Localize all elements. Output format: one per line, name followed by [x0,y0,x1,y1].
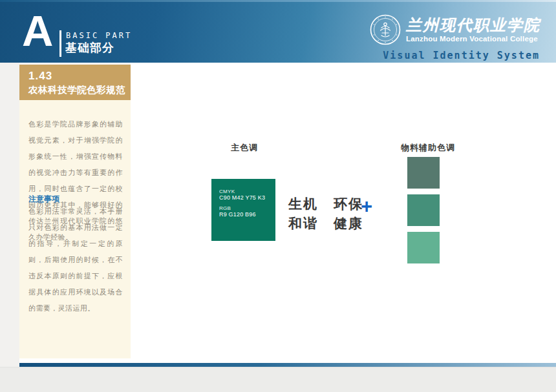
bottom-margin-area [0,367,556,392]
aux-swatch-light [407,232,440,263]
keyword-health: 健康 [334,214,363,232]
section-title-zh: 基础部分 [65,40,114,56]
primary-color-label: 主色调 [231,142,258,154]
cmyk-label: CMYK [219,189,275,194]
college-logo-icon [370,14,401,45]
vi-manual-page: A BASIC PART 基础部分 [0,0,556,392]
aux-swatch-dark [407,157,440,189]
header-top-accent-line [0,0,556,2]
section-name: 农林科技学院色彩规范 [28,84,131,96]
college-name-en: Lanzhou Modern Vocational College [406,35,540,43]
plus-icon: + [361,196,372,216]
rgb-label: RGB [219,205,275,211]
brand-names: 兰州现代职业学院 Lanzhou Modern Vocational Colle… [406,17,540,42]
header-band: A BASIC PART 基础部分 [0,0,556,63]
header-divider [59,30,61,57]
cmyk-value: C90 M42 Y75 K3 [219,194,275,201]
aux-swatch-medium [407,194,440,226]
keyword-environment: 环保 [334,195,363,213]
vi-system-tagline: Visual Identity System [383,50,540,61]
left-margin-strip [0,63,19,368]
section-letter: A [22,9,53,52]
college-name-zh: 兰州现代职业学院 [406,17,540,34]
sidebar-panel: 色彩是学院品牌形象的辅助视觉元素，对于增强学院的形象统一性，增强宣传物料的视觉冲… [19,100,131,358]
notes-text: 色彩用法非常灵活，本手册只对色彩的基本用法做一定的指导，并制定一定的原则，后期使… [28,203,123,316]
primary-color-swatch: CMYK C90 M42 Y75 K3 RGB R9 G120 B96 [211,179,275,241]
brand-block: 兰州现代职业学院 Lanzhou Modern Vocational Colle… [370,14,540,45]
keyword-harmony: 和谐 [288,214,318,232]
section-number: 1.43 [28,70,131,83]
section-title-en: BASIC PART [66,31,132,40]
bottom-accent-bar [19,363,556,367]
keyword-vitality: 生机 [288,195,318,213]
sidebar-title-box: 1.43 农林科技学院色彩规范 [19,65,131,100]
color-keywords: 生机 环保 和谐 健康 [288,195,363,232]
auxiliary-color-label: 物料辅助色调 [401,142,455,154]
auxiliary-swatch-column [407,157,440,263]
rgb-value: R9 G120 B96 [219,211,275,218]
